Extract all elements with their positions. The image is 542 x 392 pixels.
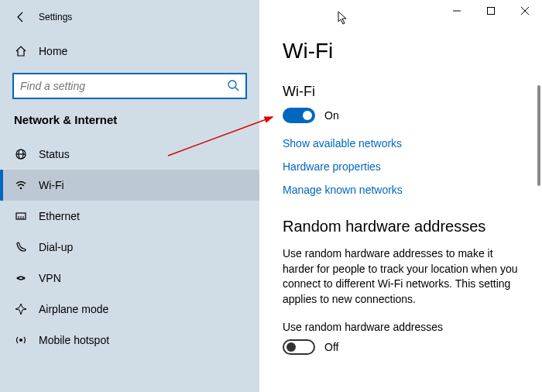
main-content: Wi-Fi Wi-Fi On Show available networks H… — [259, 0, 542, 392]
sidebar-item-label: Airplane mode — [39, 303, 108, 315]
home-icon — [14, 45, 28, 57]
random-addresses-description: Use random hardware addresses to make it… — [283, 246, 519, 307]
airplane-icon — [14, 303, 28, 315]
home-button[interactable]: Home — [0, 37, 259, 65]
svg-point-9 — [20, 187, 22, 190]
sidebar-item-label: Dial-up — [39, 241, 73, 253]
vpn-icon — [14, 272, 28, 284]
svg-line-5 — [235, 88, 238, 91]
show-networks-link[interactable]: Show available networks — [283, 137, 519, 150]
back-button[interactable] — [9, 5, 33, 29]
wifi-section-label: Wi-Fi — [283, 84, 519, 100]
random-addresses-header: Random hardware addresses — [283, 218, 519, 236]
app-title: Settings — [39, 12, 72, 22]
home-label: Home — [39, 45, 67, 57]
sidebar-item-vpn[interactable]: VPN — [0, 263, 259, 294]
sidebar-item-label: Wi-Fi — [39, 179, 64, 191]
section-header: Network & Internet — [0, 113, 259, 139]
svg-point-16 — [19, 339, 22, 342]
random-addresses-toggle[interactable] — [283, 339, 315, 355]
sidebar-item-label: VPN — [39, 272, 61, 284]
sidebar: Settings Home Network & Internet Status — [0, 0, 259, 392]
search-input[interactable] — [12, 73, 247, 99]
wifi-toggle-state: On — [324, 109, 339, 122]
sidebar-item-dialup[interactable]: Dial-up — [0, 232, 259, 263]
hardware-properties-link[interactable]: Hardware properties — [283, 160, 519, 173]
sidebar-item-label: Status — [39, 148, 70, 160]
sidebar-item-label: Ethernet — [39, 210, 80, 222]
page-title: Wi-Fi — [283, 39, 519, 64]
scrollbar[interactable] — [537, 85, 540, 186]
sidebar-item-hotspot[interactable]: Mobile hotspot — [0, 325, 259, 356]
dialup-icon — [14, 241, 28, 253]
sidebar-item-wifi[interactable]: Wi-Fi — [0, 170, 259, 201]
random-toggle-state: Off — [324, 341, 338, 353]
svg-point-4 — [228, 81, 236, 88]
status-icon — [14, 148, 28, 160]
sidebar-item-ethernet[interactable]: Ethernet — [0, 201, 259, 232]
sidebar-item-status[interactable]: Status — [0, 139, 259, 170]
wifi-toggle[interactable] — [283, 108, 315, 123]
sidebar-item-airplane[interactable]: Airplane mode — [0, 294, 259, 325]
sidebar-item-label: Mobile hotspot — [39, 334, 109, 346]
wifi-icon — [14, 179, 28, 191]
manage-networks-link[interactable]: Manage known networks — [283, 184, 519, 196]
search-icon — [227, 79, 239, 94]
use-random-label: Use random hardware addresses — [283, 321, 519, 333]
hotspot-icon — [14, 334, 28, 346]
ethernet-icon — [14, 210, 28, 222]
